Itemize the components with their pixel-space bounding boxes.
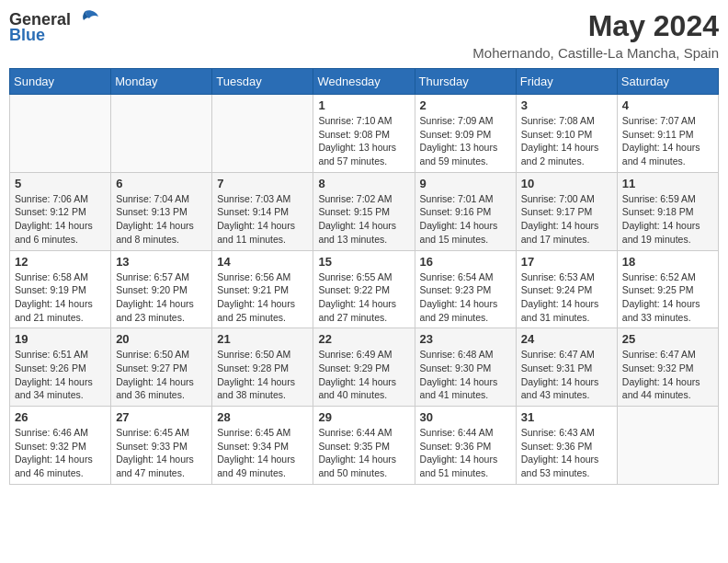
day-number: 11 — [622, 177, 713, 190]
day-info: Sunrise: 6:47 AMSunset: 9:31 PMDaylight:… — [521, 348, 612, 402]
calendar-cell — [111, 95, 212, 173]
day-number: 8 — [318, 177, 409, 190]
day-number: 29 — [318, 410, 409, 424]
main-title: May 2024 — [472, 9, 719, 43]
calendar-table: SundayMondayTuesdayWednesdayThursdayFrid… — [9, 68, 719, 485]
logo: General Blue — [9, 9, 98, 45]
day-info: Sunrise: 6:46 AMSunset: 9:32 PMDaylight:… — [15, 426, 106, 480]
calendar-header-tuesday: Tuesday — [212, 69, 313, 95]
calendar-cell: 13Sunrise: 6:57 AMSunset: 9:20 PMDayligh… — [111, 250, 212, 328]
calendar-cell: 30Sunrise: 6:44 AMSunset: 9:36 PMDayligh… — [415, 407, 516, 485]
calendar-header-wednesday: Wednesday — [313, 69, 415, 95]
calendar-header-saturday: Saturday — [617, 69, 718, 95]
day-info: Sunrise: 6:59 AMSunset: 9:18 PMDaylight:… — [622, 192, 713, 247]
day-info: Sunrise: 7:09 AMSunset: 9:09 PMDaylight:… — [420, 114, 511, 168]
calendar-cell: 29Sunrise: 6:44 AMSunset: 9:35 PMDayligh… — [313, 407, 415, 485]
day-number: 5 — [15, 177, 106, 190]
calendar-cell: 28Sunrise: 6:45 AMSunset: 9:34 PMDayligh… — [212, 407, 313, 485]
day-info: Sunrise: 7:07 AMSunset: 9:11 PMDaylight:… — [622, 114, 713, 168]
day-info: Sunrise: 6:52 AMSunset: 9:25 PMDaylight:… — [622, 270, 713, 325]
calendar-week-row: 5Sunrise: 7:06 AMSunset: 9:12 PMDaylight… — [10, 172, 719, 250]
day-number: 12 — [15, 255, 106, 269]
calendar-header-monday: Monday — [111, 69, 212, 95]
day-number: 26 — [15, 410, 106, 424]
day-number: 1 — [318, 98, 409, 112]
day-info: Sunrise: 6:48 AMSunset: 9:30 PMDaylight:… — [420, 348, 511, 402]
calendar-header-thursday: Thursday — [415, 69, 516, 95]
calendar-cell: 21Sunrise: 6:50 AMSunset: 9:28 PMDayligh… — [212, 328, 313, 407]
day-number: 13 — [116, 255, 207, 269]
calendar-cell: 22Sunrise: 6:49 AMSunset: 9:29 PMDayligh… — [313, 328, 415, 407]
day-info: Sunrise: 6:51 AMSunset: 9:26 PMDaylight:… — [15, 348, 106, 402]
day-number: 16 — [420, 255, 511, 269]
day-number: 21 — [217, 332, 308, 346]
day-number: 31 — [521, 410, 612, 424]
day-number: 27 — [116, 410, 207, 424]
calendar-cell: 1Sunrise: 7:10 AMSunset: 9:08 PMDaylight… — [313, 95, 415, 173]
day-info: Sunrise: 7:06 AMSunset: 9:12 PMDaylight:… — [15, 192, 106, 247]
day-number: 30 — [420, 410, 511, 424]
calendar-cell: 27Sunrise: 6:45 AMSunset: 9:33 PMDayligh… — [111, 407, 212, 485]
day-number: 17 — [521, 255, 612, 269]
day-info: Sunrise: 7:01 AMSunset: 9:16 PMDaylight:… — [420, 192, 511, 247]
day-info: Sunrise: 6:44 AMSunset: 9:35 PMDaylight:… — [318, 426, 409, 480]
calendar-cell: 16Sunrise: 6:54 AMSunset: 9:23 PMDayligh… — [415, 250, 516, 328]
calendar-cell: 4Sunrise: 7:07 AMSunset: 9:11 PMDaylight… — [617, 95, 718, 173]
day-number: 10 — [521, 177, 612, 190]
day-info: Sunrise: 7:10 AMSunset: 9:08 PMDaylight:… — [318, 114, 409, 168]
day-number: 24 — [521, 332, 612, 346]
calendar-header-row: SundayMondayTuesdayWednesdayThursdayFrid… — [10, 69, 719, 95]
day-info: Sunrise: 7:02 AMSunset: 9:15 PMDaylight:… — [318, 192, 409, 247]
calendar-cell: 15Sunrise: 6:55 AMSunset: 9:22 PMDayligh… — [313, 250, 415, 328]
day-info: Sunrise: 6:56 AMSunset: 9:21 PMDaylight:… — [217, 270, 308, 325]
day-number: 28 — [217, 410, 308, 424]
day-info: Sunrise: 6:54 AMSunset: 9:23 PMDaylight:… — [420, 270, 511, 325]
calendar-cell: 11Sunrise: 6:59 AMSunset: 9:18 PMDayligh… — [617, 172, 718, 250]
day-number: 4 — [622, 98, 713, 112]
calendar-cell: 14Sunrise: 6:56 AMSunset: 9:21 PMDayligh… — [212, 250, 313, 328]
day-info: Sunrise: 7:00 AMSunset: 9:17 PMDaylight:… — [521, 192, 612, 247]
calendar-cell — [10, 95, 111, 173]
day-number: 23 — [420, 332, 511, 346]
day-number: 3 — [521, 98, 612, 112]
calendar-week-row: 1Sunrise: 7:10 AMSunset: 9:08 PMDaylight… — [10, 95, 719, 173]
day-number: 15 — [318, 255, 409, 269]
calendar-cell: 9Sunrise: 7:01 AMSunset: 9:16 PMDaylight… — [415, 172, 516, 250]
day-info: Sunrise: 7:03 AMSunset: 9:14 PMDaylight:… — [217, 192, 308, 247]
title-section: May 2024 Mohernando, Castille-La Mancha,… — [472, 9, 719, 61]
calendar-cell — [212, 95, 313, 173]
day-number: 9 — [420, 177, 511, 190]
calendar-week-row: 19Sunrise: 6:51 AMSunset: 9:26 PMDayligh… — [10, 328, 719, 407]
calendar-cell: 10Sunrise: 7:00 AMSunset: 9:17 PMDayligh… — [516, 172, 617, 250]
day-number: 19 — [15, 332, 106, 346]
calendar-cell: 23Sunrise: 6:48 AMSunset: 9:30 PMDayligh… — [415, 328, 516, 407]
calendar-cell: 18Sunrise: 6:52 AMSunset: 9:25 PMDayligh… — [617, 250, 718, 328]
page-header: General Blue May 2024 Mohernando, Castil… — [9, 9, 719, 61]
calendar-cell: 8Sunrise: 7:02 AMSunset: 9:15 PMDaylight… — [313, 172, 415, 250]
day-number: 22 — [318, 332, 409, 346]
day-number: 6 — [116, 177, 207, 190]
day-number: 20 — [116, 332, 207, 346]
day-info: Sunrise: 6:58 AMSunset: 9:19 PMDaylight:… — [15, 270, 106, 325]
calendar-cell: 12Sunrise: 6:58 AMSunset: 9:19 PMDayligh… — [10, 250, 111, 328]
day-info: Sunrise: 6:45 AMSunset: 9:34 PMDaylight:… — [217, 426, 308, 480]
subtitle: Mohernando, Castille-La Mancha, Spain — [472, 45, 719, 61]
day-number: 2 — [420, 98, 511, 112]
calendar-week-row: 26Sunrise: 6:46 AMSunset: 9:32 PMDayligh… — [10, 407, 719, 485]
calendar-header-sunday: Sunday — [10, 69, 111, 95]
logo-bird-icon — [73, 9, 98, 29]
calendar-cell — [617, 407, 718, 485]
calendar-cell: 20Sunrise: 6:50 AMSunset: 9:27 PMDayligh… — [111, 328, 212, 407]
calendar-cell: 3Sunrise: 7:08 AMSunset: 9:10 PMDaylight… — [516, 95, 617, 173]
calendar-cell: 6Sunrise: 7:04 AMSunset: 9:13 PMDaylight… — [111, 172, 212, 250]
calendar-week-row: 12Sunrise: 6:58 AMSunset: 9:19 PMDayligh… — [10, 250, 719, 328]
calendar-cell: 31Sunrise: 6:43 AMSunset: 9:36 PMDayligh… — [516, 407, 617, 485]
calendar-header-friday: Friday — [516, 69, 617, 95]
day-info: Sunrise: 6:53 AMSunset: 9:24 PMDaylight:… — [521, 270, 612, 325]
day-info: Sunrise: 6:57 AMSunset: 9:20 PMDaylight:… — [116, 270, 207, 325]
calendar-cell: 17Sunrise: 6:53 AMSunset: 9:24 PMDayligh… — [516, 250, 617, 328]
day-info: Sunrise: 6:50 AMSunset: 9:27 PMDaylight:… — [116, 348, 207, 402]
day-number: 18 — [622, 255, 713, 269]
day-info: Sunrise: 6:47 AMSunset: 9:32 PMDaylight:… — [622, 348, 713, 402]
calendar-cell: 26Sunrise: 6:46 AMSunset: 9:32 PMDayligh… — [10, 407, 111, 485]
